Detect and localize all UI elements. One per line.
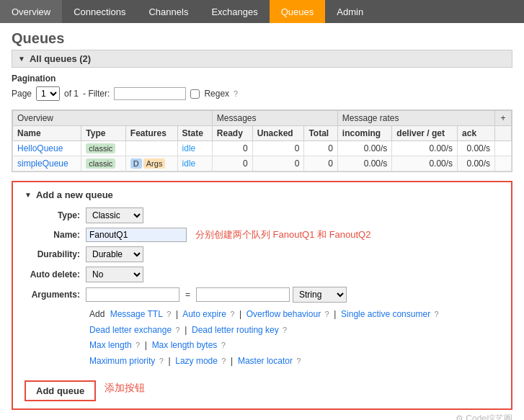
nav-exchanges[interactable]: Exchanges — [200, 0, 269, 23]
feature-d-badge: D — [130, 158, 142, 169]
nav-admin[interactable]: Admin — [325, 0, 375, 23]
table-row[interactable]: simpleQueueclassicDArgsidle0000.00/s0.00… — [13, 156, 512, 171]
arg-key-input[interactable] — [86, 287, 179, 302]
equals-sign: = — [182, 290, 193, 300]
cell-type: classic — [81, 141, 126, 156]
table-row[interactable]: HelloQueueclassicidle0000.00/s0.00/s0.00… — [13, 141, 512, 156]
cell-ack: 0.00/s — [458, 156, 495, 171]
collapse-triangle[interactable]: ▼ — [18, 55, 25, 63]
link-master-locator[interactable]: Master locator — [238, 356, 293, 366]
add-link[interactable]: Add — [89, 309, 105, 319]
auto-delete-row: Auto delete: No Yes — [25, 267, 499, 282]
cell-unacked: 0 — [252, 141, 304, 156]
link-auto-expire[interactable]: Auto expire — [182, 309, 226, 319]
auto-delete-select[interactable]: No Yes — [86, 267, 143, 282]
link-single-active-consumer[interactable]: Single active consumer — [341, 309, 430, 319]
type-select[interactable]: Classic Quorum — [86, 207, 143, 223]
feature-args-badge[interactable]: Args — [143, 158, 166, 169]
message-ttl-help: ? — [166, 310, 171, 318]
cell-name: simpleQueue — [13, 156, 81, 171]
cell-ack: 0.00/s — [458, 141, 495, 156]
cell-deliver-get: 0.00/s — [392, 141, 458, 156]
type-label: Type: — [25, 210, 86, 220]
queue-table: Overview Messages Message rates + Name T… — [12, 110, 512, 171]
arguments-row: Arguments: = String Number Boolean — [25, 287, 499, 303]
single-active-consumer-help: ? — [434, 310, 438, 318]
link-message-ttl[interactable]: Message TTL — [110, 309, 163, 319]
master-locator-help: ? — [296, 357, 301, 365]
add-queue-section-label: Add a new queue — [36, 189, 113, 200]
max-length-bytes-help: ? — [221, 341, 226, 349]
col-deliver-get: deliver / get — [392, 126, 458, 141]
watermark: ⚙ Code综艺圈 — [12, 413, 512, 420]
cell-ready: 0 — [212, 141, 252, 156]
name-annotation: 分别创建两个队列 FanoutQ1 和 FanoutQ2 — [195, 228, 370, 241]
link-maximum-priority[interactable]: Maximum priority — [89, 356, 155, 366]
name-row: Name: 分别创建两个队列 FanoutQ1 和 FanoutQ2 — [25, 228, 499, 242]
durability-select[interactable]: Durable Transient — [86, 246, 143, 262]
durability-label: Durability: — [25, 249, 86, 259]
col-total: Total — [304, 126, 337, 141]
state-value: idle — [182, 158, 196, 169]
auto-expire-help: ? — [230, 310, 234, 318]
group-messages: Messages — [212, 111, 337, 126]
args-links: Add Message TTL ? | Auto expire ? | Over… — [89, 307, 499, 369]
queue-name-link[interactable]: HelloQueue — [17, 143, 63, 153]
type-badge: classic — [86, 143, 115, 153]
overflow-behaviour-help: ? — [324, 310, 329, 318]
queue-table-wrapper: Overview Messages Message rates + Name T… — [12, 110, 512, 172]
name-control — [86, 228, 187, 242]
cell-incoming: 0.00/s — [337, 156, 392, 171]
arg-type-select[interactable]: String Number Boolean — [293, 287, 347, 303]
cell-state: idle — [177, 141, 212, 156]
nav-overview[interactable]: Overview — [0, 0, 62, 23]
arg-val-input[interactable] — [196, 287, 290, 302]
cell-type: classic — [81, 156, 126, 171]
link-overflow-behaviour[interactable]: Overflow behaviour — [247, 309, 321, 319]
name-input[interactable] — [86, 228, 187, 242]
auto-delete-label: Auto delete: — [25, 269, 86, 280]
link-lazy-mode[interactable]: Lazy mode — [175, 356, 218, 366]
add-annotation: 添加按钮 — [105, 382, 145, 395]
link-max-length[interactable]: Max length — [89, 340, 132, 350]
arguments-label: Arguments: — [25, 290, 86, 300]
col-incoming: incoming — [337, 126, 392, 141]
queue-name-link[interactable]: simpleQueue — [17, 158, 68, 169]
pagination-row: Page 1 of 1 - Filter: Regex ? — [12, 86, 512, 101]
add-queue-header: ▼ Add a new queue — [25, 189, 499, 200]
type-control: Classic Quorum — [86, 207, 143, 223]
col-type: Type — [81, 126, 126, 141]
col-unacked: Unacked — [252, 126, 304, 141]
queue-table-body: HelloQueueclassicidle0000.00/s0.00/s0.00… — [13, 141, 512, 171]
link-max-length-bytes[interactable]: Max length bytes — [152, 340, 218, 350]
cell-extra — [495, 156, 512, 171]
nav-queues[interactable]: Queues — [270, 0, 326, 23]
group-message-rates: Message rates — [337, 111, 494, 126]
cell-features — [125, 141, 177, 156]
maximum-priority-help: ? — [159, 357, 164, 365]
add-col-btn[interactable]: + — [495, 111, 512, 126]
cell-state: idle — [177, 156, 212, 171]
pagination-area: Pagination Page 1 of 1 - Filter: Regex ? — [12, 68, 512, 104]
dead-letter-exchange-help: ? — [175, 326, 179, 334]
page-select[interactable]: 1 — [36, 86, 60, 101]
add-queue-section: ▼ Add a new queue Type: Classic Quorum N… — [12, 181, 512, 410]
cell-name: HelloQueue — [13, 141, 81, 156]
name-label: Name: — [25, 230, 86, 240]
main-content: Queues ▼ All queues (2) Pagination Page … — [0, 23, 524, 420]
durability-control: Durable Transient — [86, 246, 143, 262]
add-queue-button[interactable]: Add queue — [25, 380, 96, 401]
filter-input[interactable] — [114, 87, 186, 100]
col-name: Name — [13, 126, 81, 141]
top-navigation: Overview Connections Channels Exchanges … — [0, 0, 524, 23]
filter-label: - Filter: — [83, 89, 110, 99]
nav-channels[interactable]: Channels — [137, 0, 200, 23]
nav-connections[interactable]: Connections — [62, 0, 137, 23]
regex-checkbox[interactable] — [190, 89, 200, 99]
link-dead-letter-routing-key[interactable]: Dead letter routing key — [192, 325, 279, 335]
link-dead-letter-exchange[interactable]: Dead letter exchange — [89, 325, 172, 335]
cell-features: DArgs — [125, 156, 177, 171]
page-text: Page — [12, 89, 32, 99]
form-collapse-triangle[interactable]: ▼ — [25, 191, 32, 199]
cell-incoming: 0.00/s — [337, 141, 392, 156]
